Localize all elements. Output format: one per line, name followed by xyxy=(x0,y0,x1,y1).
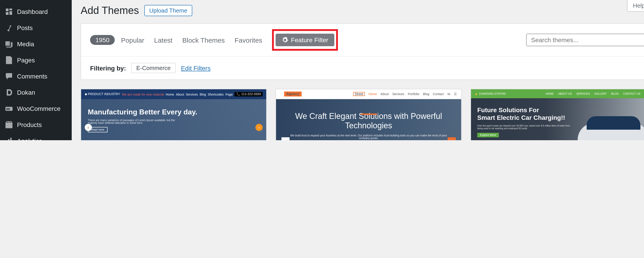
filter-latest[interactable]: Latest xyxy=(154,36,172,44)
page-title: Add Themes xyxy=(81,5,139,17)
theme-card-automotive-charging[interactable]: ⚡ CHARGING STATIONHOMEABOUT USSERVICESGA… xyxy=(470,89,644,140)
menu-pages[interactable]: Pages xyxy=(0,52,72,68)
filter-tag-ecommerce[interactable]: E-Commerce xyxy=(131,63,176,73)
help-tab[interactable]: Help▼ xyxy=(627,0,644,12)
product-icon xyxy=(4,120,14,129)
filter-popular[interactable]: Popular xyxy=(121,36,144,44)
upload-theme-button[interactable]: Upload Theme xyxy=(144,5,192,16)
woo-icon xyxy=(4,104,14,113)
menu-analytics[interactable]: Analytics xyxy=(0,133,72,140)
filter-bar: 1950 Popular Latest Block Themes Favorit… xyxy=(81,23,644,80)
theme-grid: ◆ PRODUCT INDUSTRYWe are made for new ma… xyxy=(81,89,644,140)
theme-thumbnail: AgencyStreetHomeAboutServicesPortfolioBl… xyxy=(276,89,461,140)
page-icon xyxy=(4,56,14,65)
annotation-highlight-box: Feature Filter xyxy=(272,29,338,51)
menu-dokan[interactable]: Dokan xyxy=(0,84,72,101)
menu-comments[interactable]: Comments xyxy=(0,68,72,84)
feature-filter-button[interactable]: Feature Filter xyxy=(276,34,334,46)
dokan-icon xyxy=(4,88,14,97)
filter-favorites[interactable]: Favorites xyxy=(234,36,262,44)
theme-thumbnail: ◆ PRODUCT INDUSTRYWe are made for new ma… xyxy=(81,89,266,140)
edit-filters-link[interactable]: Edit Filters xyxy=(181,64,210,72)
filtering-by-label: Filtering by: xyxy=(90,64,126,72)
pin-icon xyxy=(4,23,14,32)
svg-rect-3 xyxy=(8,139,10,140)
menu-woocommerce[interactable]: WooCommerce xyxy=(0,101,72,117)
media-icon xyxy=(4,40,14,49)
menu-media[interactable]: Media xyxy=(0,36,72,52)
analytics-icon xyxy=(4,136,14,140)
comment-icon xyxy=(4,72,14,81)
search-input[interactable] xyxy=(526,34,644,46)
svg-point-0 xyxy=(6,42,8,44)
filter-block-themes[interactable]: Block Themes xyxy=(182,36,225,44)
theme-card-product-industry[interactable]: ◆ PRODUCT INDUSTRYWe are made for new ma… xyxy=(81,89,267,140)
main-content: Help▼ Add Themes Upload Theme 1950 Popul… xyxy=(72,0,644,140)
admin-sidebar: Dashboard Posts Media Pages Comments Dok… xyxy=(0,0,72,140)
svg-rect-4 xyxy=(10,138,12,140)
menu-dashboard[interactable]: Dashboard xyxy=(0,4,72,20)
theme-count: 1950 xyxy=(90,35,115,45)
theme-card-agency-street[interactable]: AgencyStreetHomeAboutServicesPortfolioBl… xyxy=(276,89,462,140)
theme-thumbnail: ⚡ CHARGING STATIONHOMEABOUT USSERVICESGA… xyxy=(471,89,644,140)
menu-products[interactable]: Products xyxy=(0,117,72,133)
menu-posts[interactable]: Posts xyxy=(0,20,72,36)
dashboard-icon xyxy=(4,7,14,16)
gear-icon xyxy=(282,37,288,43)
